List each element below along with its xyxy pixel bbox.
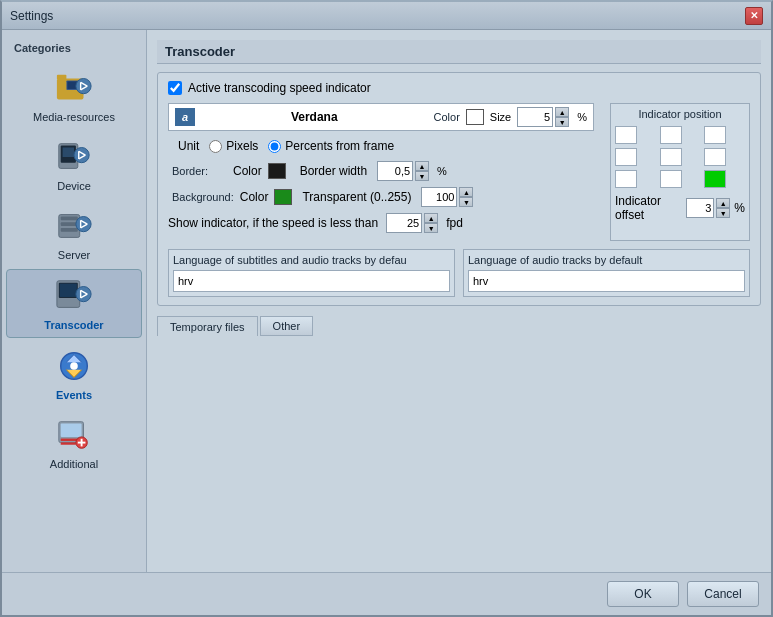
show-indicator-input[interactable]: 25 (386, 213, 422, 233)
font-color-swatch[interactable] (466, 109, 484, 125)
indicator-offset-spinner: 3 ▲ ▼ (686, 198, 730, 218)
svg-rect-25 (60, 284, 77, 297)
show-indicator-down-button[interactable]: ▼ (424, 223, 438, 233)
indicator-cell-tr[interactable] (704, 126, 726, 144)
panel-section-title: Transcoder (157, 40, 761, 64)
percents-radio[interactable] (268, 140, 281, 153)
pixels-radio-group: Pixels (209, 139, 258, 153)
pixels-radio[interactable] (209, 140, 222, 153)
svg-rect-16 (61, 217, 78, 221)
bg-down-button[interactable]: ▼ (459, 197, 473, 207)
bg-color-swatch[interactable] (274, 189, 292, 205)
tab-other[interactable]: Other (260, 316, 314, 336)
indicator-cell-mr[interactable] (704, 148, 726, 166)
indicator-cell-br[interactable] (704, 170, 726, 188)
show-indicator-up-button[interactable]: ▲ (424, 213, 438, 223)
bg-up-button[interactable]: ▲ (459, 187, 473, 197)
audio-lang-title: Language of audio tracks by default (468, 254, 745, 266)
left-settings: a Verdana Color Size 5 ▲ ▼ (168, 103, 594, 241)
bg-value-input[interactable]: 100 (421, 187, 457, 207)
size-percent: % (577, 111, 587, 123)
active-indicator-row: Active transcoding speed indicator (168, 81, 750, 95)
svg-point-11 (74, 148, 89, 163)
indicator-offset-percent: % (734, 201, 745, 215)
audio-lang-input[interactable]: hrv (468, 270, 745, 292)
bg-spin-buttons: ▲ ▼ (459, 187, 473, 207)
border-width-spin-buttons: ▲ ▼ (415, 161, 429, 181)
border-width-down-button[interactable]: ▼ (415, 171, 429, 181)
sidebar-item-server-label: Server (58, 249, 90, 261)
indicator-cell-tl[interactable] (615, 126, 637, 144)
server-icon (54, 206, 94, 246)
border-label: Border: (172, 165, 227, 177)
indicator-offset-spin-buttons: ▲ ▼ (716, 198, 730, 218)
size-spinner: 5 ▲ ▼ (517, 107, 569, 127)
indicator-offset-up[interactable]: ▲ (716, 198, 730, 208)
sidebar-item-device[interactable]: Device (6, 131, 142, 198)
size-down-button[interactable]: ▼ (555, 117, 569, 127)
border-width-label: Border width (300, 164, 367, 178)
title-bar: Settings ✕ (2, 2, 771, 30)
sidebar-item-media-resources[interactable]: Media-resources (6, 62, 142, 129)
indicator-offset-down[interactable]: ▼ (716, 208, 730, 218)
transcoder-icon (54, 276, 94, 316)
indicator-position-title: Indicator position (615, 108, 745, 120)
subtitle-lang-title: Language of subtitles and audio tracks b… (173, 254, 450, 266)
sidebar-item-transcoder[interactable]: Transcoder (6, 269, 142, 338)
size-spin-buttons: ▲ ▼ (555, 107, 569, 127)
size-up-button[interactable]: ▲ (555, 107, 569, 117)
indicator-cell-tc[interactable] (660, 126, 682, 144)
unit-row: Unit Pixels Percents from frame (168, 139, 594, 153)
active-indicator-checkbox[interactable] (168, 81, 182, 95)
show-indicator-spin-buttons: ▲ ▼ (424, 213, 438, 233)
border-width-up-button[interactable]: ▲ (415, 161, 429, 171)
border-color-swatch[interactable] (268, 163, 286, 179)
media-resources-icon (54, 68, 94, 108)
ok-button[interactable]: OK (607, 581, 679, 607)
sidebar-item-server[interactable]: Server (6, 200, 142, 267)
unit-label: Unit (178, 139, 199, 153)
bg-transparent-label: Transparent (0..255) (302, 190, 411, 204)
sidebar-item-additional[interactable]: Additional (6, 409, 142, 476)
sidebar-item-transcoder-label: Transcoder (44, 319, 103, 331)
svg-rect-10 (63, 148, 74, 158)
events-icon (54, 346, 94, 386)
border-width-input[interactable]: 0,5 (377, 161, 413, 181)
svg-point-31 (70, 362, 78, 370)
indicator-cell-ml[interactable] (615, 148, 637, 166)
show-indicator-spinner: 25 ▲ ▼ (386, 213, 438, 233)
close-button[interactable]: ✕ (745, 7, 763, 25)
border-percent: % (437, 165, 447, 177)
background-row: Background: Color Transparent (0..255) 1… (168, 187, 594, 207)
indicator-cell-bc[interactable] (660, 170, 682, 188)
percents-label: Percents from frame (285, 139, 394, 153)
percents-radio-group: Percents from frame (268, 139, 394, 153)
svg-rect-17 (61, 222, 78, 226)
svg-rect-33 (61, 424, 82, 437)
audio-lang-section: Language of audio tracks by default hrv (463, 249, 750, 297)
fpd-label: fpd (446, 216, 463, 230)
indicator-offset-row: Indicator offset 3 ▲ ▼ % (615, 194, 745, 222)
size-input[interactable]: 5 (517, 107, 553, 127)
svg-point-19 (76, 217, 91, 232)
categories-label: Categories (6, 38, 142, 60)
indicator-offset-label: Indicator offset (615, 194, 682, 222)
indicator-cell-bl[interactable] (615, 170, 637, 188)
bg-color-label: Color (240, 190, 269, 204)
subtitle-lang-section: Language of subtitles and audio tracks b… (168, 249, 455, 297)
indicator-cell-mc[interactable] (660, 148, 682, 166)
main-panel: Transcoder Active transcoding speed indi… (147, 30, 771, 572)
color-label-font: Color (434, 111, 460, 123)
cancel-button[interactable]: Cancel (687, 581, 759, 607)
language-sections: Language of subtitles and audio tracks b… (168, 249, 750, 297)
active-indicator-label: Active transcoding speed indicator (188, 81, 371, 95)
subtitle-lang-input[interactable]: hrv (173, 270, 450, 292)
indicator-offset-input[interactable]: 3 (686, 198, 714, 218)
sidebar-item-events[interactable]: Events (6, 340, 142, 407)
bg-value-spinner: 100 ▲ ▼ (421, 187, 473, 207)
title-bar-text: Settings (10, 9, 745, 23)
font-icon: a (175, 108, 195, 126)
tab-temporary-files[interactable]: Temporary files (157, 316, 258, 336)
border-width-spinner: 0,5 ▲ ▼ (377, 161, 429, 181)
settings-dialog: Settings ✕ Categories (0, 0, 773, 617)
